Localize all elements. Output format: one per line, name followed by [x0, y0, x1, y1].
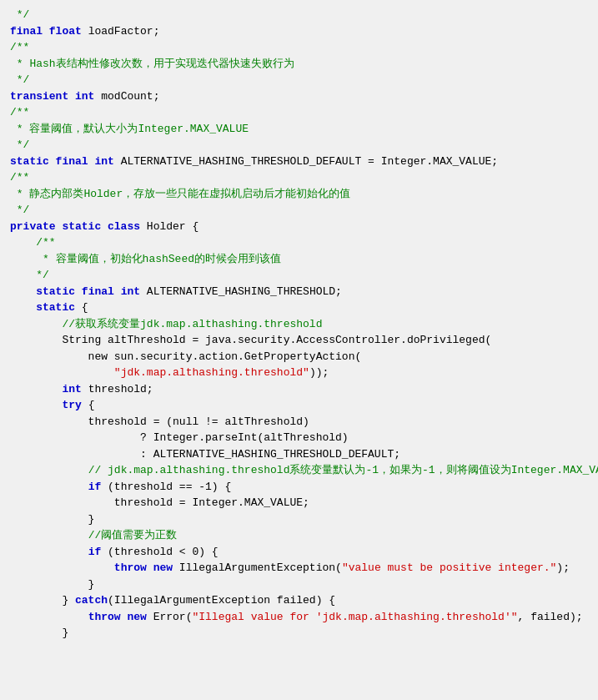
code-line: try {: [10, 397, 588, 414]
code-line: */: [10, 202, 588, 219]
code-container: */ final float loadFactor; /** * Hash表结构…: [0, 0, 598, 700]
code-line: }: [10, 577, 588, 593]
code-line: */: [10, 72, 588, 88]
code-line: /**: [10, 104, 588, 121]
code-line: //获取系统变量jdk.map.althashing.threshold: [10, 316, 588, 333]
code-line: transient int modCount;: [10, 88, 588, 105]
code-line: threshold = Integer.MAX_VALUE;: [10, 495, 588, 511]
code-line: int threshold;: [10, 381, 588, 398]
code-line: * Hash表结构性修改次数，用于实现迭代器快速失败行为: [10, 56, 588, 73]
code-line: ? Integer.parseInt(altThreshold): [10, 430, 588, 446]
code-line: /**: [10, 39, 588, 56]
code-line: : ALTERNATIVE_HASHING_THRESHOLD_DEFAULT;: [10, 446, 588, 463]
code-line: private static class Holder {: [10, 219, 588, 235]
code-line: final float loadFactor;: [10, 23, 588, 40]
code-line: new sun.security.action.GetPropertyActio…: [10, 349, 588, 365]
code-line: static final int ALTERNATIVE_HASHING_THR…: [10, 284, 588, 300]
code-line: }: [10, 625, 588, 642]
code-line: throw new Error("Illegal value for 'jdk.…: [10, 609, 588, 626]
code-line: }: [10, 511, 588, 528]
code-line: static final int ALTERNATIVE_HASHING_THR…: [10, 154, 588, 170]
code-line: if (threshold == -1) {: [10, 479, 588, 496]
code-line: /**: [10, 169, 588, 186]
code-line: //阈值需要为正数: [10, 527, 588, 544]
code-line: /**: [10, 234, 588, 251]
code-line: * 静态内部类Holder，存放一些只能在虚拟机启动后才能初始化的值: [10, 186, 588, 203]
code-line: "jdk.map.althashing.threshold"));: [10, 365, 588, 381]
code-line: String altThreshold = java.security.Acce…: [10, 332, 588, 349]
code-line: * 容量阈值，初始化hashSeed的时候会用到该值: [10, 251, 588, 268]
code-line: throw new IllegalArgumentException("valu…: [10, 560, 588, 577]
code-line: threshold = (null != altThreshold): [10, 414, 588, 431]
code-line: * 容量阈值，默认大小为Integer.MAX_VALUE: [10, 121, 588, 138]
code-line: */: [10, 7, 588, 23]
code-line: */: [10, 137, 588, 154]
code-line: // jdk.map.althashing.threshold系统变量默认为-1…: [10, 462, 588, 479]
code-line: static {: [10, 300, 588, 316]
code-line: */: [10, 267, 588, 284]
code-line: } catch(IllegalArgumentException failed)…: [10, 592, 588, 609]
code-line: if (threshold < 0) {: [10, 544, 588, 561]
